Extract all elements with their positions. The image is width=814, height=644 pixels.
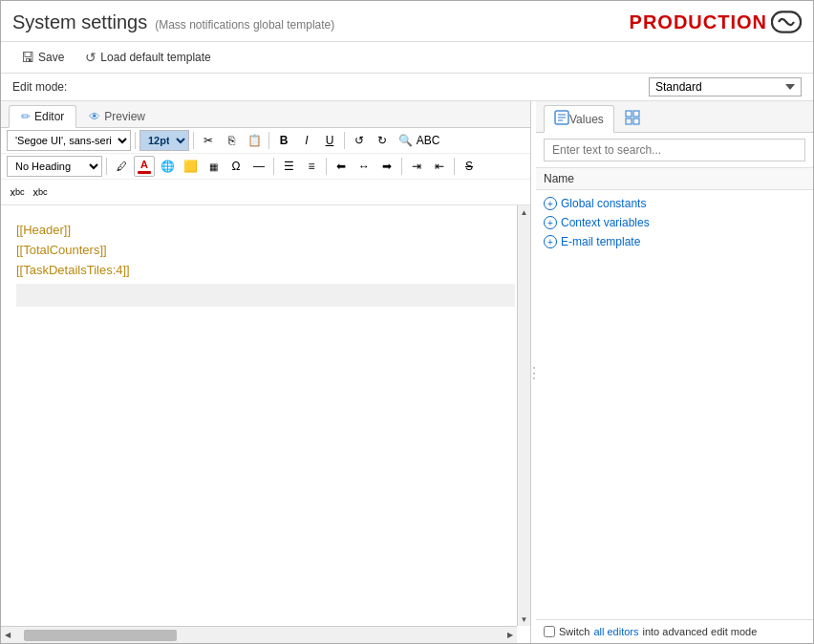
editor-content[interactable]: [[Header]] [[TotalCounters]] [[TaskDetai… [1,205,530,626]
save-button[interactable]: 🖫 Save [12,46,73,69]
toolbar: 🖫 Save ↺ Load default template [1,42,813,74]
scroll-down-arrow[interactable]: ▼ [518,612,531,626]
editor-tab-label: Editor [34,110,64,123]
table-color-button[interactable]: 🟨 [180,156,201,177]
special-chars-button[interactable]: Ω [225,156,246,177]
right-tab-bar: Values [536,101,813,133]
separator-5 [106,158,107,175]
separator-1 [135,132,136,149]
editor-empty-area [16,284,515,307]
scroll-thumb-horizontal[interactable] [24,630,177,641]
separator-4 [344,132,345,149]
vertical-scrollbar[interactable]: ▲ ▼ [517,205,530,626]
tree-item-label: Context variables [561,216,650,229]
align-left-button[interactable]: ⬅ [331,156,352,177]
align-center-button[interactable]: ↔ [353,156,375,177]
copy-button[interactable]: ⎘ [221,130,242,151]
footer-text-1: Switch [559,626,589,637]
main-window: System settings (Mass notifications glob… [0,0,814,644]
editor-line-3: [[TaskDetailsTiles:4]] [16,261,515,281]
bold-button[interactable]: B [273,130,294,151]
expand-icon-context-variables[interactable]: + [544,216,557,229]
panel-resizer[interactable] [531,101,536,643]
header-bar: System settings (Mass notifications glob… [1,1,813,42]
tree-item-email-template[interactable]: + E-mail template [536,232,813,251]
tree-item-global-constants[interactable]: + Global constants [536,194,813,213]
separator-6 [273,158,274,175]
refresh-icon: ↺ [85,50,96,65]
advanced-mode-checkbox-wrap[interactable]: Switch all editors into advanced edit mo… [544,626,757,637]
superscript-button[interactable]: xbc [7,182,28,203]
edit-mode-label: Edit mode: [12,80,67,94]
separator-2 [193,132,194,149]
editor-tab-icon: ✏ [21,110,31,123]
tree-item-label: E-mail template [561,235,640,248]
font-family-select[interactable]: 'Segoe UI', sans-serif [7,130,131,151]
edit-mode-select[interactable]: Standard Advanced [649,77,802,97]
edit-mode-row: Edit mode: Standard Advanced [1,74,813,101]
separator-9 [454,158,455,175]
scroll-left-arrow[interactable]: ◀ [1,627,14,644]
find-button[interactable]: 🔍 [395,130,416,151]
tab-values[interactable]: Values [544,105,614,133]
preview-tab-icon: 👁 [89,110,100,123]
font-size-select[interactable]: 12pt [139,130,189,151]
page-subtitle: (Mass notifications global template) [155,18,334,32]
save-label: Save [38,51,64,64]
highlight-color-button[interactable]: 🖊 [111,156,132,177]
right-footer: Switch all editors into advanced edit mo… [536,619,813,643]
scroll-up-arrow[interactable]: ▲ [518,205,531,219]
indent-button[interactable]: ⇥ [406,156,427,177]
svg-rect-5 [626,111,632,117]
header-title: System settings (Mass notifications glob… [12,11,334,33]
save-icon: 🖫 [21,50,34,65]
ordered-list-button[interactable]: ≡ [301,156,322,177]
production-icon [771,7,802,37]
footer-text-link: all editors [593,626,638,637]
heading-select[interactable]: No Heading Heading 1 Heading 2 Heading 3 [7,156,102,177]
cut-button[interactable]: ✂ [198,130,219,151]
svg-rect-7 [626,118,632,124]
editor-line-2: [[TotalCounters]] [16,241,515,261]
editor-panel: ✏ Editor 👁 Preview 'Segoe UI', sans-seri… [1,101,531,643]
horizontal-scrollbar[interactable]: ◀ ▶ [1,626,517,643]
tab-preview[interactable]: 👁 Preview [76,105,158,127]
image-button[interactable]: 🌐 [157,156,178,177]
italic-button[interactable]: I [296,130,317,151]
search-input[interactable] [544,139,805,161]
align-right-button[interactable]: ➡ [376,156,397,177]
table-button[interactable]: ▦ [203,156,224,177]
tree-header: Name [536,168,813,190]
main-content: ✏ Editor 👁 Preview 'Segoe UI', sans-seri… [1,101,813,643]
paste-button[interactable]: 📋 [244,130,265,151]
redo-button[interactable]: ↻ [372,130,393,151]
undo-button[interactable]: ↺ [349,130,370,151]
underline-button[interactable]: U [319,130,340,151]
expand-icon-email-template[interactable]: + [544,235,557,248]
tab-editor[interactable]: ✏ Editor [9,105,76,128]
tab-grid[interactable] [614,105,651,132]
format-row-2: No Heading Heading 1 Heading 2 Heading 3… [1,154,530,180]
expand-icon-global-constants[interactable]: + [544,197,557,210]
editor-scroll-container[interactable]: [[Header]] [[TotalCounters]] [[TaskDetai… [1,205,530,626]
subscript-button[interactable]: xbc [30,182,51,203]
scroll-track-horizontal[interactable] [14,627,503,643]
hr-button[interactable]: — [248,156,269,177]
load-template-button[interactable]: ↺ Load default template [76,46,219,69]
scroll-right-arrow[interactable]: ▶ [503,627,517,644]
advanced-mode-checkbox[interactable] [544,626,555,637]
preview-tab-label: Preview [104,110,145,123]
unordered-list-button[interactable]: ☰ [278,156,299,177]
grid-tab-icon [625,110,640,128]
editor-area[interactable]: [[Header]] [[TotalCounters]] [[TaskDetai… [1,205,530,643]
font-color-button[interactable]: A [134,156,155,177]
footer-text-2: into advanced edit mode [642,626,757,637]
separator-8 [401,158,402,175]
outdent-button[interactable]: ⇤ [429,156,450,177]
tree-item-context-variables[interactable]: + Context variables [536,213,813,232]
scroll-track-vertical[interactable] [518,219,530,612]
tree-item-label: Global constants [561,197,646,210]
format-toolbar: 'Segoe UI', sans-serif 12pt ✂ ⎘ 📋 B I U [1,128,530,205]
strikethrough-button[interactable]: S [459,156,480,177]
spell-check-button[interactable]: ABC [418,130,439,151]
